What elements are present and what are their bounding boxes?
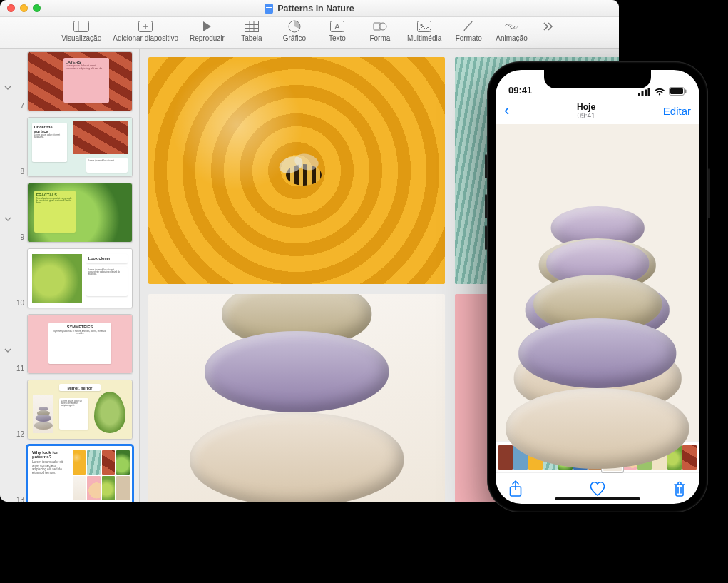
canvas-image-urchins[interactable]: [148, 294, 445, 502]
svg-text:A: A: [334, 22, 340, 31]
chevrons-right-icon: [539, 20, 558, 33]
media-icon: [415, 20, 434, 33]
window-title-text: Patterns In Nature: [277, 4, 354, 14]
slide-thumb-8[interactable]: 8 Under the surface Lorem ipsum dolor si…: [0, 114, 139, 180]
document-icon: [265, 4, 273, 14]
svg-rect-18: [638, 93, 640, 96]
add-slide-button[interactable]: Adicionar diapositivo: [107, 20, 184, 42]
play-button[interactable]: Reproduzir: [184, 20, 230, 42]
thumb[interactable]: SYMMETRIES Symmetry abounds in nature. A…: [27, 314, 133, 374]
home-indicator[interactable]: [555, 497, 640, 501]
thumb[interactable]: Why look for patterns? Lorem ipsum dolor…: [27, 445, 133, 502]
slide-navigator[interactable]: 7 LAYERS Lorem ipsum dolor sit amet cons…: [0, 49, 140, 502]
svg-rect-24: [685, 90, 687, 93]
maximize-window-button[interactable]: [33, 4, 41, 12]
chart-button[interactable]: Gráfico: [273, 20, 316, 42]
heart-icon[interactable]: [589, 481, 606, 497]
shape-icon: [371, 20, 389, 33]
svg-rect-6: [245, 21, 258, 32]
iphone-screen: 09:41 ‹ Hoje 09:41 Editar: [496, 70, 699, 504]
svg-rect-20: [645, 89, 647, 96]
toolbar-overflow-button[interactable]: [533, 20, 563, 34]
window-title: Patterns In Nature: [265, 4, 354, 14]
signal-icon: [638, 88, 650, 96]
filmstrip-item-current[interactable]: [603, 444, 622, 471]
chevron-down-icon[interactable]: [4, 84, 11, 91]
text-button[interactable]: A Texto: [316, 20, 359, 42]
animation-icon: [502, 20, 521, 33]
notch: [544, 70, 651, 88]
toolbar: Visualização Adicionar diapositivo Repro…: [0, 17, 619, 49]
slide-thumb-13[interactable]: 13 Why look for patterns? Lorem ipsum do…: [0, 442, 139, 502]
slide-thumb-10[interactable]: 10 Look closer Lorem ipsum dolor sit ame…: [0, 245, 139, 311]
view-button[interactable]: Visualização: [56, 20, 107, 42]
format-button[interactable]: Formato: [447, 20, 490, 42]
svg-rect-21: [648, 88, 650, 96]
text-icon: A: [328, 20, 347, 33]
chevron-down-icon[interactable]: [4, 347, 11, 354]
titlebar: Patterns In Nature: [0, 0, 619, 17]
chart-icon: [285, 20, 304, 33]
slide-thumb-9[interactable]: 9 FRACTALS Fractal patterns repeat at ev…: [0, 180, 139, 245]
edit-button[interactable]: Editar: [663, 105, 691, 117]
iphone-device: 09:41 ‹ Hoje 09:41 Editar: [487, 61, 708, 512]
shape-button[interactable]: Forma: [359, 20, 401, 42]
animation-button[interactable]: Animação: [490, 20, 533, 42]
slide-thumb-7[interactable]: 7 LAYERS Lorem ipsum dolor sit amet cons…: [0, 49, 139, 114]
navbar-title: Hoje 09:41: [577, 102, 595, 120]
back-button[interactable]: ‹: [504, 101, 509, 120]
wifi-icon: [654, 88, 665, 96]
photos-navbar: ‹ Hoje 09:41 Editar: [496, 97, 699, 124]
share-icon[interactable]: [508, 480, 523, 497]
svg-rect-0: [74, 21, 89, 32]
brush-icon: [459, 20, 478, 33]
thumb[interactable]: FRACTALS Fractal patterns repeat at ever…: [27, 183, 133, 243]
chevron-down-icon[interactable]: [4, 216, 11, 223]
svg-marker-5: [203, 21, 211, 31]
trash-icon[interactable]: [672, 480, 687, 497]
close-window-button[interactable]: [7, 4, 15, 12]
slide-thumb-11[interactable]: 11 SYMMETRIES Symmetry abounds in nature…: [0, 311, 139, 377]
media-button[interactable]: Multimédia: [401, 20, 447, 42]
minimize-window-button[interactable]: [20, 4, 28, 12]
view-icon: [72, 20, 91, 33]
table-icon: [242, 20, 261, 33]
thumb[interactable]: Mirror, mirror Lorem ipsum dolor sit ame…: [27, 380, 133, 440]
play-icon: [198, 20, 216, 33]
svg-rect-23: [670, 88, 683, 94]
svg-rect-19: [642, 91, 644, 96]
plus-icon: [136, 20, 155, 33]
thumb[interactable]: LAYERS Lorem ipsum dolor sit amet consec…: [27, 51, 133, 111]
thumb[interactable]: Look closer Lorem ipsum dolor sit amet, …: [27, 248, 133, 308]
thumb[interactable]: Under the surface Lorem ipsum dolor sit …: [27, 117, 133, 177]
canvas-image-honeycomb[interactable]: [148, 57, 445, 284]
svg-point-17: [420, 24, 422, 26]
window-traffic-lights: [7, 4, 41, 12]
table-button[interactable]: Tabela: [230, 20, 273, 42]
slide-thumb-12[interactable]: 12 Mirror, mirror Lorem ipsum dolor sit …: [0, 377, 139, 442]
photo-filmstrip[interactable]: [496, 441, 699, 472]
status-time: 09:41: [508, 85, 532, 96]
battery-icon: [669, 87, 687, 96]
